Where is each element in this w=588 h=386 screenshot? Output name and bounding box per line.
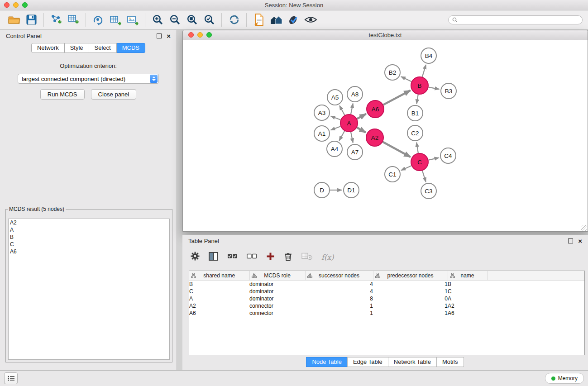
tab-network-table[interactable]: Network Table — [388, 357, 437, 367]
zoom-fit-button[interactable] — [183, 12, 201, 28]
mcds-result-item[interactable]: A — [9, 226, 169, 234]
float-panel-icon[interactable] — [157, 33, 162, 38]
edge-C-C3[interactable] — [422, 171, 426, 182]
node-A2[interactable]: A2 — [366, 129, 383, 146]
node-A7[interactable]: A7 — [347, 144, 363, 160]
node-C2[interactable]: C2 — [407, 125, 423, 141]
home-network-button[interactable] — [268, 12, 285, 28]
network-window-title-bar[interactable]: testGlobe.txt — [183, 30, 588, 40]
zoom-network-window-button[interactable] — [206, 32, 212, 38]
edge-A2-C[interactable] — [383, 142, 411, 157]
node-A4[interactable]: A4 — [327, 141, 342, 157]
task-history-button[interactable] — [4, 372, 18, 384]
refresh-button[interactable] — [225, 12, 243, 28]
search-field[interactable] — [448, 15, 583, 24]
import-table-button[interactable] — [65, 12, 82, 28]
node-C[interactable]: C — [411, 153, 428, 171]
function-builder-button[interactable]: f(x) — [321, 253, 334, 262]
tab-edge-table[interactable]: Edge Table — [347, 357, 388, 367]
memory-button[interactable]: Memory — [545, 373, 584, 384]
edge-A-A2[interactable] — [357, 128, 366, 133]
node-B1[interactable]: B1 — [407, 105, 423, 121]
close-table-panel-icon[interactable]: × — [578, 239, 582, 243]
tab-style[interactable]: Style — [65, 43, 89, 53]
node-B[interactable]: B — [411, 77, 428, 94]
edge-B-B3[interactable] — [429, 87, 440, 89]
apply-style-button[interactable] — [285, 12, 302, 28]
column-header-name[interactable]: name — [448, 271, 487, 281]
edge-C-C2[interactable] — [416, 143, 418, 153]
edge-A-A6[interactable] — [357, 114, 366, 119]
close-panel-button[interactable]: Close panel — [91, 89, 137, 100]
node-A[interactable]: A — [340, 114, 358, 132]
mcds-result-item[interactable]: B — [9, 234, 169, 241]
table-settings-button[interactable] — [191, 252, 200, 262]
column-header-shared-name[interactable]: shared name — [189, 271, 249, 281]
graphics-details-button[interactable] — [302, 12, 319, 28]
node-D1[interactable]: D1 — [344, 182, 359, 198]
column-header-predecessor-nodes[interactable]: predecessor nodes — [373, 271, 448, 281]
edge-B-B2[interactable] — [401, 76, 411, 81]
table-row[interactable]: Cdominator41C — [189, 288, 584, 295]
tab-node-table[interactable]: Node Table — [306, 357, 348, 367]
node-A1[interactable]: A1 — [314, 126, 330, 141]
zoom-in-button[interactable] — [149, 12, 166, 28]
edge-A-A8[interactable] — [351, 104, 353, 114]
node-A5[interactable]: A5 — [327, 90, 343, 105]
run-mcds-button[interactable]: Run MCDS — [40, 89, 85, 100]
node-C3[interactable]: C3 — [421, 183, 436, 199]
window-resize-grip[interactable] — [581, 225, 587, 231]
edge-A-A1[interactable] — [331, 126, 341, 130]
tab-motifs[interactable]: Motifs — [436, 357, 464, 367]
node-D[interactable]: D — [314, 182, 330, 198]
close-network-window-button[interactable] — [188, 32, 194, 38]
criterion-dropdown[interactable]: largest connected component (directed) — [18, 74, 159, 84]
close-panel-icon[interactable]: × — [167, 34, 171, 38]
close-window-button[interactable] — [4, 2, 10, 8]
select-all-button[interactable] — [227, 253, 238, 262]
mcds-result-item[interactable]: A6 — [9, 248, 169, 255]
table-row[interactable]: A2connector11A2 — [189, 302, 584, 310]
zoom-out-button[interactable] — [166, 12, 183, 28]
column-header-successor-nodes[interactable]: successor nodes — [305, 271, 373, 281]
tab-select[interactable]: Select — [89, 43, 117, 53]
edge-B-B4[interactable] — [422, 65, 426, 77]
show-columns-button[interactable] — [209, 252, 218, 262]
node-B3[interactable]: B3 — [441, 83, 456, 99]
zoom-selected-button[interactable] — [201, 12, 218, 28]
export-image-button[interactable] — [124, 12, 141, 28]
edge-C-C4[interactable] — [429, 158, 439, 160]
mcds-result-item[interactable]: C — [9, 241, 169, 248]
node-C4[interactable]: C4 — [440, 148, 456, 163]
edge-A-A5[interactable] — [339, 105, 344, 115]
deselect-all-button[interactable] — [247, 253, 257, 262]
network-canvas[interactable]: B4B2BB3A5A8A6A3B1AC2A1A2A4A7C4CC1DD1C3 — [183, 40, 588, 231]
float-table-panel-icon[interactable] — [568, 238, 573, 243]
import-network-button[interactable] — [48, 12, 65, 28]
column-header-MCDS-role[interactable]: MCDS role — [249, 271, 305, 281]
clear-filter-button[interactable] — [301, 252, 312, 262]
tab-network[interactable]: Network — [31, 43, 65, 53]
zoom-window-button[interactable] — [22, 2, 28, 8]
table-row[interactable]: A6connector11A6 — [189, 310, 584, 317]
open-document-button[interactable] — [250, 12, 268, 28]
node-B2[interactable]: B2 — [385, 65, 400, 80]
mcds-result-list[interactable]: A2ABCA6 — [8, 219, 170, 360]
node-A8[interactable]: A8 — [347, 86, 363, 102]
tab-mcds[interactable]: MCDS — [117, 43, 145, 53]
clone-network-button[interactable] — [90, 12, 107, 28]
edge-C-C1[interactable] — [401, 166, 411, 170]
mcds-result-item[interactable]: A2 — [9, 219, 169, 226]
export-table-button[interactable] — [107, 12, 124, 28]
add-column-button[interactable] — [266, 252, 275, 262]
node-B4[interactable]: B4 — [421, 48, 436, 63]
edge-A6-B[interactable] — [383, 91, 411, 105]
table-row[interactable]: Adominator80A — [189, 295, 584, 302]
save-session-button[interactable] — [23, 12, 40, 28]
edge-A-A3[interactable] — [331, 116, 341, 120]
edge-A-A7[interactable] — [351, 132, 353, 143]
minimize-window-button[interactable] — [13, 2, 19, 8]
edge-A-A4[interactable] — [339, 131, 344, 140]
search-input[interactable] — [460, 16, 578, 24]
open-session-button[interactable] — [5, 12, 23, 28]
